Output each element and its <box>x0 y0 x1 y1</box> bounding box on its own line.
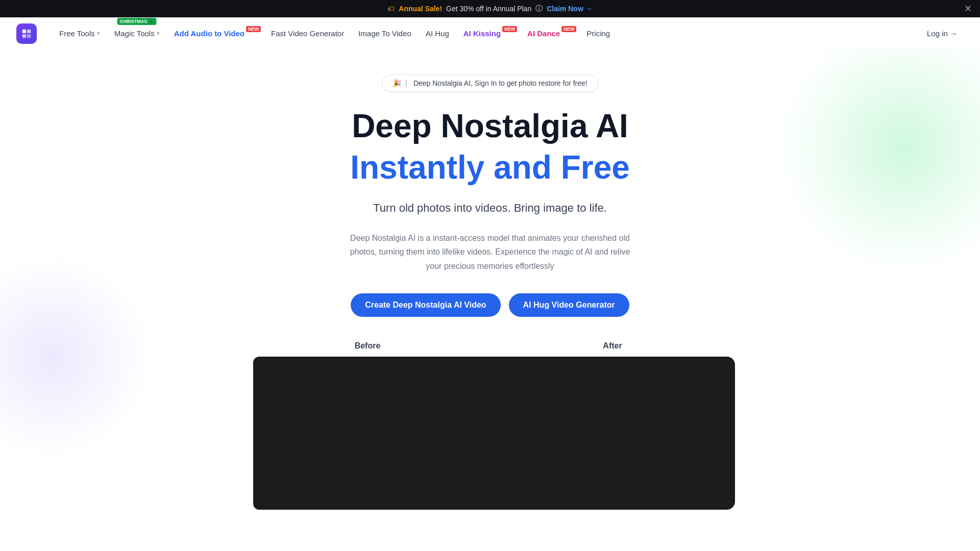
nav-item-magic-tools[interactable]: CHRISTMAS 🌲 Magic Tools ▾ <box>108 25 166 42</box>
sale-label: Annual Sale! <box>399 5 442 13</box>
hero-title-line1: Deep Nostalgia AI <box>352 108 628 144</box>
purple-blob-decoration <box>0 255 153 459</box>
banner-text: Get 30% off in Annual Plan <box>446 5 531 13</box>
after-image <box>253 357 735 510</box>
hero-title-line2: Instantly and Free <box>350 148 630 187</box>
svg-rect-2 <box>22 34 26 37</box>
notice-emoji: 🎉 <box>393 79 401 87</box>
info-icon: ⓘ <box>535 4 543 13</box>
green-blob-decoration <box>776 50 980 274</box>
sign-in-notice[interactable]: 🎉 | Deep Nostalgia AI, Sign In to get ph… <box>382 74 598 92</box>
ai-kissing-new-badge: NEW <box>502 26 517 32</box>
svg-rect-3 <box>27 34 31 37</box>
ai-hug-button[interactable]: AI Hug Video Generator <box>509 293 629 317</box>
magic-tools-chevron: ▾ <box>157 30 160 37</box>
svg-rect-0 <box>22 29 26 33</box>
nav-item-add-audio[interactable]: Add Audio to Video NEW <box>168 25 263 42</box>
ai-dance-new-badge: NEW <box>561 26 576 32</box>
pricing-label: Pricing <box>586 29 610 38</box>
nav-item-pricing[interactable]: Pricing <box>580 25 616 42</box>
add-audio-label: Add Audio to Video <box>174 29 244 38</box>
top-banner: 🏷 Annual Sale! Get 30% off in Annual Pla… <box>0 0 980 17</box>
nav-item-image-to-video[interactable]: Image To Video <box>352 25 418 42</box>
logo-icon <box>16 23 37 44</box>
before-label: Before <box>245 341 490 350</box>
magic-tools-label: Magic Tools <box>114 29 155 38</box>
main-content: 🎉 | Deep Nostalgia AI, Sign In to get ph… <box>0 50 980 510</box>
free-tools-chevron: ▾ <box>97 30 100 37</box>
before-after-section: Before After <box>245 341 735 510</box>
nav-logo[interactable] <box>16 23 37 44</box>
ai-dance-label: AI Dance <box>527 29 560 38</box>
banner-close-button[interactable]: ✕ <box>964 4 972 13</box>
notice-text: Deep Nostalgia AI, Sign In to get photo … <box>413 79 587 87</box>
add-audio-new-badge: NEW <box>246 26 261 32</box>
ba-images <box>245 357 735 510</box>
claim-link[interactable]: Claim Now → <box>547 5 592 13</box>
image-to-video-label: Image To Video <box>358 29 411 38</box>
nav-right: Log in → <box>921 25 964 42</box>
navbar: Free Tools ▾ CHRISTMAS 🌲 Magic Tools ▾ A… <box>0 17 980 50</box>
nav-item-ai-dance[interactable]: AI Dance NEW <box>521 25 578 42</box>
nav-item-fast-video[interactable]: Fast Video Generator <box>265 25 350 42</box>
login-label: Log in → <box>927 29 958 38</box>
after-label: After <box>490 341 735 350</box>
nav-items: Free Tools ▾ CHRISTMAS 🌲 Magic Tools ▾ A… <box>53 25 921 42</box>
hero-description: Deep Nostalgia AI is a instant-access mo… <box>347 231 633 273</box>
create-video-button[interactable]: Create Deep Nostalgia AI Video <box>351 293 500 317</box>
tag-icon: 🏷 <box>387 5 395 13</box>
nav-item-free-tools[interactable]: Free Tools ▾ <box>53 25 106 42</box>
nav-item-ai-hug[interactable]: AI Hug <box>420 25 455 42</box>
svg-rect-1 <box>27 29 31 33</box>
free-tools-label: Free Tools <box>59 29 95 38</box>
ai-hug-label: AI Hug <box>426 29 449 38</box>
fast-video-label: Fast Video Generator <box>271 29 344 38</box>
ai-kissing-label: AI Kissing <box>463 29 501 38</box>
login-button[interactable]: Log in → <box>921 25 964 42</box>
cta-buttons: Create Deep Nostalgia AI Video AI Hug Vi… <box>351 293 629 317</box>
christmas-badge: CHRISTMAS 🌲 <box>117 18 157 25</box>
notice-cursor: | <box>405 79 407 87</box>
before-after-labels: Before After <box>245 341 735 357</box>
hero-subtitle: Turn old photos into videos. Bring image… <box>373 202 607 215</box>
nav-item-ai-kissing[interactable]: AI Kissing NEW <box>457 25 519 42</box>
